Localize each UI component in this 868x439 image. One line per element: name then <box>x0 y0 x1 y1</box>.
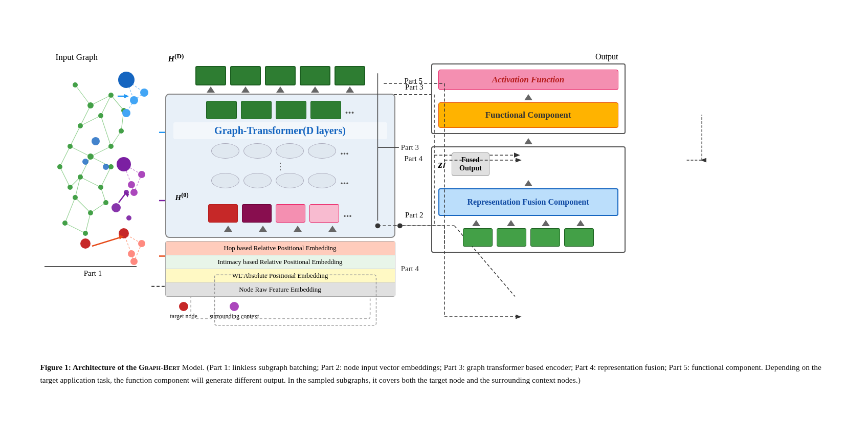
svg-line-17 <box>80 116 101 126</box>
svg-point-47 <box>87 153 94 160</box>
legend-context-circle <box>230 302 239 311</box>
dots-middle: ... <box>340 143 349 159</box>
emb-wl: WL Absolute Positional Embedding <box>166 269 395 283</box>
arrow-up-to-fused <box>524 180 532 186</box>
svg-point-72 <box>118 72 135 88</box>
arrow-up-green-1 <box>472 220 480 226</box>
page: Input Graph <box>20 37 849 402</box>
svg-line-30 <box>91 203 106 213</box>
svg-point-64 <box>112 203 121 212</box>
svg-point-82 <box>117 157 131 171</box>
svg-line-29 <box>75 197 91 213</box>
bottom-green-4 <box>564 228 594 247</box>
arrow-up-green-4 <box>576 220 585 226</box>
svg-line-19 <box>91 95 111 105</box>
legend-context-label: surrounding context <box>210 313 259 320</box>
inner-hd-box-4 <box>310 101 341 119</box>
arrow-up-green-2 <box>507 220 515 226</box>
svg-line-38 <box>111 95 124 111</box>
fused-output-box: Fused Output <box>452 152 489 176</box>
svg-point-54 <box>103 200 108 205</box>
svg-point-56 <box>83 231 88 236</box>
rep-fusion-box: Representation Fusion Component <box>438 188 618 216</box>
bottom-green-2 <box>497 228 526 247</box>
h0-box-darkred <box>242 204 272 223</box>
svg-point-45 <box>108 93 114 98</box>
svg-point-93 <box>138 240 145 247</box>
svg-line-32 <box>65 197 75 223</box>
part1-section: Input Graph <box>40 52 158 278</box>
h0-box-salmon <box>276 204 305 223</box>
arrow-up-to-part5 <box>524 138 532 144</box>
figure-caption: Figure 1: Architecture of the Graph-Bert… <box>40 361 828 387</box>
svg-point-94 <box>128 250 135 257</box>
part4-box: zᵢ Fused Output Representation Fusion Co… <box>431 146 626 253</box>
svg-point-73 <box>140 89 148 97</box>
hd-box-3 <box>265 66 296 85</box>
part1-bottom-label: Part 1 <box>44 269 142 278</box>
svg-line-86 <box>119 192 126 203</box>
svg-point-50 <box>98 185 103 190</box>
ellipse-4 <box>308 143 336 159</box>
part2-label: Part 2 <box>405 211 423 220</box>
svg-line-35 <box>60 146 70 167</box>
svg-text:Part 4: Part 4 <box>400 265 419 273</box>
legend-target-circle <box>179 302 188 311</box>
inner-hd-box-3 <box>276 101 306 119</box>
ellipse-5 <box>211 173 239 188</box>
arrow-up-to-activation <box>524 94 532 100</box>
ellipse-8 <box>308 173 336 188</box>
svg-point-84 <box>128 181 135 188</box>
activation-function-box: Activation Function <box>438 70 618 90</box>
output-label: Output <box>431 52 618 61</box>
part4-label: Part 4 <box>405 155 422 163</box>
hd-box-5 <box>335 66 365 85</box>
svg-point-44 <box>98 113 103 118</box>
input-graph-svg <box>44 64 152 269</box>
svg-point-55 <box>62 221 68 226</box>
right-section: Output Activation Function Functional Co… <box>431 52 626 253</box>
bottom-green-1 <box>463 228 493 247</box>
part5-box: Activation Function Functional Component <box>431 63 626 134</box>
svg-line-40 <box>111 131 121 146</box>
svg-line-21 <box>70 146 91 157</box>
dots-h0: ... <box>343 204 352 223</box>
svg-line-16 <box>80 105 91 126</box>
svg-point-74 <box>130 96 138 104</box>
svg-point-46 <box>68 144 73 149</box>
h0-label: H(0) <box>173 191 387 202</box>
svg-line-18 <box>101 95 111 116</box>
svg-text:Part 3: Part 3 <box>400 143 418 151</box>
hd-box-2 <box>230 66 261 85</box>
svg-line-34 <box>85 213 91 233</box>
bottom-green-3 <box>530 228 560 247</box>
emb-hop: Hop based Relative Positional Embedding <box>166 242 395 255</box>
inner-hd-box-1 <box>206 101 237 119</box>
legend: target node surrounding context <box>165 302 395 320</box>
ellipse-2 <box>243 143 272 159</box>
svg-point-10 <box>397 224 402 229</box>
hd-label: H(D) <box>168 52 184 63</box>
svg-point-43 <box>78 123 83 128</box>
svg-point-85 <box>130 189 138 196</box>
svg-point-41 <box>73 82 78 87</box>
svg-point-61 <box>92 137 100 145</box>
caption-model: Graph-Bert <box>139 363 180 371</box>
svg-point-63 <box>103 164 109 170</box>
h0-box-pink <box>309 204 339 223</box>
svg-point-58 <box>68 185 73 190</box>
svg-point-75 <box>122 109 130 117</box>
ellipse-3 <box>276 143 304 159</box>
svg-line-96 <box>92 237 120 246</box>
hd-box-4 <box>300 66 330 85</box>
ellipse-7 <box>276 173 304 188</box>
embedding-layers: Hop based Relative Positional Embedding … <box>165 241 395 297</box>
svg-line-25 <box>80 177 101 187</box>
graph-transformer-box: ... Graph-Transformer(D layers) ... ⋮ <box>165 94 395 238</box>
zi-label: zᵢ <box>438 158 445 171</box>
svg-point-49 <box>78 174 83 180</box>
svg-line-36 <box>60 167 70 187</box>
h0-box-red <box>208 204 238 223</box>
ellipse-1 <box>211 143 239 159</box>
dots-label: ... <box>345 101 354 119</box>
